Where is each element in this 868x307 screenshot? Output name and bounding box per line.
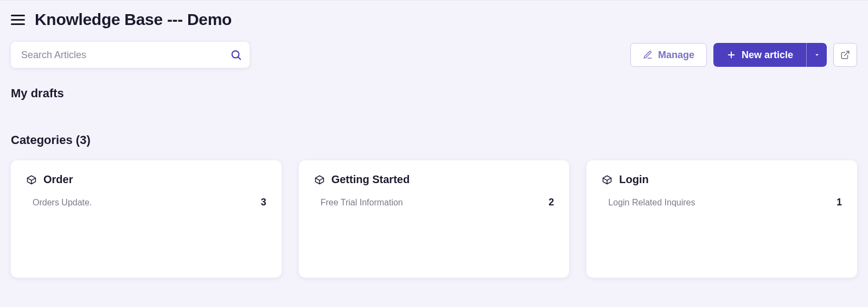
svg-line-4: [845, 51, 849, 55]
categories-heading: Categories (3): [11, 133, 857, 147]
caret-down-icon: [813, 51, 821, 59]
svg-line-1: [238, 57, 240, 59]
box-icon: [26, 174, 37, 185]
page-title: Knowledge Base --- Demo: [35, 10, 232, 29]
new-article-button[interactable]: New article: [713, 43, 806, 67]
category-description: Orders Update.: [33, 198, 92, 208]
category-title: Getting Started: [331, 173, 410, 186]
new-article-dropdown[interactable]: [806, 43, 827, 67]
plus-icon: [726, 50, 736, 60]
category-card[interactable]: Getting Started Free Trial Information 2: [299, 160, 570, 278]
search-input[interactable]: [11, 42, 250, 68]
category-description: Free Trial Information: [321, 198, 403, 208]
search-wrap: [11, 42, 250, 68]
category-description: Login Related Inquires: [608, 198, 695, 208]
category-card[interactable]: Login Login Related Inquires 1: [586, 160, 857, 278]
category-title: Login: [619, 173, 648, 186]
box-icon: [314, 174, 325, 185]
external-link-icon: [840, 50, 850, 60]
search-icon[interactable]: [230, 49, 242, 61]
my-drafts-heading: My drafts: [11, 86, 857, 101]
manage-button-label: Manage: [658, 49, 694, 61]
box-icon: [602, 174, 612, 185]
category-count: 3: [261, 197, 266, 208]
category-title: Order: [43, 173, 73, 186]
new-article-button-label: New article: [742, 49, 793, 61]
category-count: 1: [837, 197, 842, 208]
pencil-icon: [643, 50, 653, 60]
menu-icon[interactable]: [11, 12, 26, 27]
manage-button[interactable]: Manage: [630, 43, 707, 67]
category-card[interactable]: Order Orders Update. 3: [11, 160, 282, 278]
open-external-button[interactable]: [833, 43, 857, 67]
category-count: 2: [548, 197, 554, 208]
